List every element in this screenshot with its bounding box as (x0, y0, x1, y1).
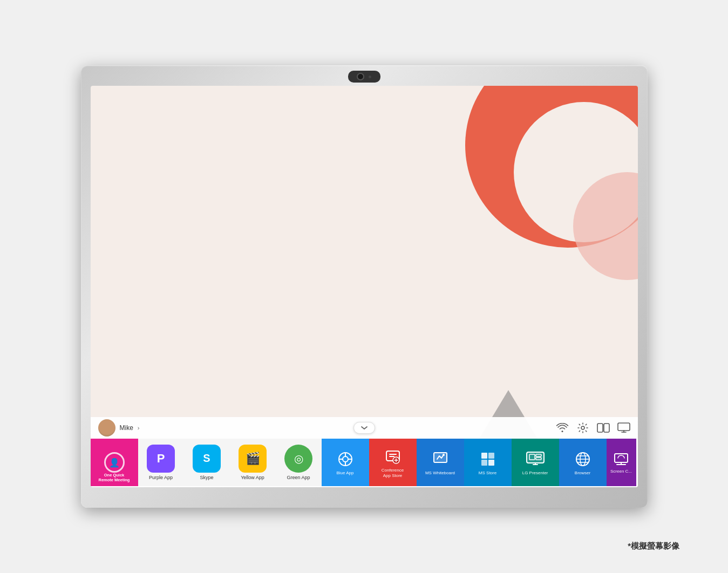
svg-rect-20 (481, 460, 487, 466)
svg-point-0 (581, 426, 584, 429)
chevron-down-icon (360, 426, 368, 430)
skype-icon: S (193, 445, 221, 473)
conference-icon (383, 447, 403, 466)
user-info[interactable]: Mike › (98, 419, 140, 436)
app-lg-presenter[interactable]: LG Presenter (512, 439, 559, 486)
whiteboard-icon-wrapper: MS Whiteboard (417, 439, 464, 486)
webcam (348, 71, 380, 83)
wifi-icon[interactable] (556, 421, 569, 434)
page-wrapper: Mike › (0, 0, 728, 573)
lg-presenter-icon (526, 449, 545, 469)
app-yellow[interactable]: 🎬 Yellow App (230, 439, 276, 486)
ms-store-icon-wrapper: MS Store (464, 439, 512, 486)
app-conference[interactable]: ConferenceApp Store (369, 439, 417, 486)
collapse-button[interactable] (353, 422, 375, 434)
app-label-green: Green App (287, 475, 310, 481)
monitor-bezel: Mike › (81, 65, 648, 508)
svg-rect-21 (488, 460, 494, 466)
app-screen-cast[interactable]: Screen C... (607, 439, 636, 486)
yellow-app-icon: 🎬 (239, 445, 267, 473)
svg-rect-19 (488, 453, 494, 459)
app-browser[interactable]: Browser (559, 439, 607, 486)
taskbar-top-row: Mike › (91, 417, 638, 439)
svg-rect-1 (597, 424, 603, 432)
app-skype[interactable]: S Skype (184, 439, 230, 486)
conference-icon-wrapper: ConferenceApp Store (369, 439, 417, 486)
monitor-container: Mike › (81, 65, 648, 508)
screen-cast-icon-wrapper: Screen C... (607, 439, 636, 486)
app-label-skype: Skype (200, 475, 213, 481)
screen-display: Mike › (91, 86, 638, 487)
footnote-text: *模擬螢幕影像 (628, 541, 679, 550)
whiteboard-icon (431, 449, 450, 469)
user-chevron[interactable]: › (138, 425, 140, 431)
apps-row: 👤 One QuickRemote Meeting P (91, 439, 638, 486)
avatar-face (98, 419, 115, 436)
user-name[interactable]: Mike (120, 424, 133, 432)
app-label-one-quick: One QuickRemote Meeting (93, 473, 136, 483)
green-app-icon: ◎ (284, 445, 312, 473)
footnote: *模擬螢幕影像 (628, 541, 679, 551)
svg-rect-2 (604, 424, 609, 432)
app-label-blue: Blue App (334, 470, 356, 476)
app-label-browser: Browser (573, 470, 593, 476)
app-ms-store[interactable]: MS Store (464, 439, 512, 486)
taskbar-system-icons (556, 421, 630, 434)
app-label-yellow: Yellow App (241, 475, 264, 481)
blue-app-icon (336, 449, 355, 469)
purple-app-icon: P (147, 445, 175, 473)
svg-rect-3 (618, 423, 630, 431)
app-purple[interactable]: P Purple App (138, 439, 184, 486)
camera-indicator (369, 76, 371, 78)
screen-cast-icon (613, 451, 629, 467)
browser-icon (573, 449, 593, 469)
camera-lens (357, 73, 364, 80)
app-label-conference: ConferenceApp Store (379, 468, 406, 478)
avatar (98, 419, 115, 436)
app-label-ms-store: MS Store (477, 470, 499, 476)
blue-app-icon-wrapper: Blue App (322, 439, 369, 486)
app-one-quick[interactable]: 👤 One QuickRemote Meeting (91, 439, 138, 486)
app-blue[interactable]: Blue App (322, 439, 369, 486)
svg-point-7 (343, 456, 348, 462)
gear-icon[interactable] (576, 421, 589, 434)
lg-presenter-icon-wrapper: LG Presenter (512, 439, 559, 486)
app-label-lg-presenter: LG Presenter (520, 470, 550, 476)
display-icon[interactable] (617, 421, 630, 434)
split-screen-icon[interactable] (597, 421, 610, 434)
taskbar: Mike › (91, 417, 638, 487)
app-label-purple: Purple App (149, 475, 173, 481)
app-label-whiteboard: MS Whiteboard (423, 470, 457, 476)
browser-icon-wrapper: Browser (559, 439, 607, 486)
svg-rect-18 (481, 453, 487, 459)
ms-store-icon (478, 449, 498, 469)
app-ms-whiteboard[interactable]: MS Whiteboard (417, 439, 464, 486)
app-green[interactable]: ◎ Green App (276, 439, 322, 486)
app-label-screen-cast: Screen C... (608, 469, 634, 474)
svg-point-17 (443, 454, 445, 456)
